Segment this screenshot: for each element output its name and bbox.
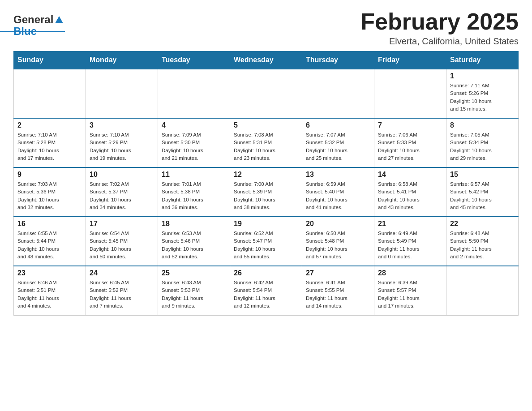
day-info: Sunrise: 7:11 AM Sunset: 5:26 PM Dayligh… <box>450 82 515 113</box>
table-row: 26Sunrise: 6:42 AM Sunset: 5:54 PM Dayli… <box>230 266 302 315</box>
col-saturday: Saturday <box>446 51 519 69</box>
day-info: Sunrise: 6:50 AM Sunset: 5:48 PM Dayligh… <box>306 230 370 261</box>
logo: General Blue <box>13 13 63 38</box>
day-number: 25 <box>162 269 226 277</box>
day-number: 1 <box>450 72 515 80</box>
table-row <box>374 69 446 118</box>
col-sunday: Sunday <box>14 51 86 69</box>
day-info: Sunrise: 7:02 AM Sunset: 5:37 PM Dayligh… <box>90 180 154 211</box>
day-info: Sunrise: 6:39 AM Sunset: 5:57 PM Dayligh… <box>378 279 442 310</box>
day-info: Sunrise: 7:00 AM Sunset: 5:39 PM Dayligh… <box>234 180 298 211</box>
calendar-week-row: 1Sunrise: 7:11 AM Sunset: 5:26 PM Daylig… <box>14 69 519 118</box>
table-row: 24Sunrise: 6:45 AM Sunset: 5:52 PM Dayli… <box>86 266 158 315</box>
table-row: 22Sunrise: 6:48 AM Sunset: 5:50 PM Dayli… <box>446 217 519 266</box>
table-row <box>230 69 302 118</box>
table-row <box>14 69 86 118</box>
day-number: 10 <box>90 171 154 179</box>
day-number: 23 <box>17 269 82 277</box>
title-area: February 2025 Elverta, California, Unite… <box>360 9 519 47</box>
day-info: Sunrise: 6:49 AM Sunset: 5:49 PM Dayligh… <box>378 230 442 261</box>
day-number: 12 <box>234 171 298 179</box>
month-title: February 2025 <box>360 9 519 34</box>
day-info: Sunrise: 6:59 AM Sunset: 5:40 PM Dayligh… <box>306 180 370 211</box>
col-monday: Monday <box>86 51 158 69</box>
day-info: Sunrise: 7:03 AM Sunset: 5:36 PM Dayligh… <box>17 180 82 211</box>
calendar-table: Sunday Monday Tuesday Wednesday Thursday… <box>13 51 519 316</box>
day-number: 28 <box>378 269 442 277</box>
day-number: 14 <box>378 171 442 179</box>
day-info: Sunrise: 7:07 AM Sunset: 5:32 PM Dayligh… <box>306 131 370 162</box>
day-number: 18 <box>162 220 226 228</box>
col-thursday: Thursday <box>302 51 374 69</box>
table-row: 7Sunrise: 7:06 AM Sunset: 5:33 PM Daylig… <box>374 118 446 167</box>
day-number: 2 <box>17 121 82 129</box>
day-number: 13 <box>306 171 370 179</box>
table-row: 10Sunrise: 7:02 AM Sunset: 5:37 PM Dayli… <box>86 167 158 217</box>
table-row: 21Sunrise: 6:49 AM Sunset: 5:49 PM Dayli… <box>374 217 446 266</box>
table-row <box>158 69 230 118</box>
table-row: 14Sunrise: 6:58 AM Sunset: 5:41 PM Dayli… <box>374 167 446 217</box>
table-row: 11Sunrise: 7:01 AM Sunset: 5:38 PM Dayli… <box>158 167 230 217</box>
table-row <box>446 266 519 315</box>
day-info: Sunrise: 6:45 AM Sunset: 5:52 PM Dayligh… <box>90 279 154 310</box>
table-row: 2Sunrise: 7:10 AM Sunset: 5:28 PM Daylig… <box>14 118 86 167</box>
table-row: 5Sunrise: 7:08 AM Sunset: 5:31 PM Daylig… <box>230 118 302 167</box>
col-tuesday: Tuesday <box>158 51 230 69</box>
col-friday: Friday <box>374 51 446 69</box>
day-info: Sunrise: 6:58 AM Sunset: 5:41 PM Dayligh… <box>378 180 442 211</box>
table-row: 25Sunrise: 6:43 AM Sunset: 5:53 PM Dayli… <box>158 266 230 315</box>
table-row <box>302 69 374 118</box>
location-subtitle: Elverta, California, United States <box>360 36 519 47</box>
day-number: 9 <box>17 171 82 179</box>
day-number: 17 <box>90 220 154 228</box>
day-number: 3 <box>90 121 154 129</box>
logo-general-text: General <box>13 13 53 26</box>
day-number: 20 <box>306 220 370 228</box>
day-number: 16 <box>17 220 82 228</box>
day-info: Sunrise: 6:55 AM Sunset: 5:44 PM Dayligh… <box>17 230 82 261</box>
day-info: Sunrise: 6:57 AM Sunset: 5:42 PM Dayligh… <box>450 180 515 211</box>
calendar-week-row: 9Sunrise: 7:03 AM Sunset: 5:36 PM Daylig… <box>14 167 519 217</box>
day-number: 15 <box>450 171 515 179</box>
table-row: 27Sunrise: 6:41 AM Sunset: 5:55 PM Dayli… <box>302 266 374 315</box>
table-row: 16Sunrise: 6:55 AM Sunset: 5:44 PM Dayli… <box>14 217 86 266</box>
day-info: Sunrise: 6:46 AM Sunset: 5:51 PM Dayligh… <box>17 279 82 310</box>
day-info: Sunrise: 6:48 AM Sunset: 5:50 PM Dayligh… <box>450 230 515 261</box>
day-number: 24 <box>90 269 154 277</box>
table-row: 12Sunrise: 7:00 AM Sunset: 5:39 PM Dayli… <box>230 167 302 217</box>
col-wednesday: Wednesday <box>230 51 302 69</box>
table-row: 8Sunrise: 7:05 AM Sunset: 5:34 PM Daylig… <box>446 118 519 167</box>
table-row: 13Sunrise: 6:59 AM Sunset: 5:40 PM Dayli… <box>302 167 374 217</box>
day-number: 11 <box>162 171 226 179</box>
day-number: 8 <box>450 121 515 129</box>
svg-marker-0 <box>55 16 63 23</box>
day-number: 27 <box>306 269 370 277</box>
day-info: Sunrise: 7:10 AM Sunset: 5:28 PM Dayligh… <box>17 131 82 162</box>
calendar-week-row: 2Sunrise: 7:10 AM Sunset: 5:28 PM Daylig… <box>14 118 519 167</box>
table-row: 4Sunrise: 7:09 AM Sunset: 5:30 PM Daylig… <box>158 118 230 167</box>
calendar-header-row: Sunday Monday Tuesday Wednesday Thursday… <box>14 51 519 69</box>
table-row: 1Sunrise: 7:11 AM Sunset: 5:26 PM Daylig… <box>446 69 519 118</box>
table-row: 19Sunrise: 6:52 AM Sunset: 5:47 PM Dayli… <box>230 217 302 266</box>
table-row: 23Sunrise: 6:46 AM Sunset: 5:51 PM Dayli… <box>14 266 86 315</box>
day-info: Sunrise: 7:06 AM Sunset: 5:33 PM Dayligh… <box>378 131 442 162</box>
table-row: 9Sunrise: 7:03 AM Sunset: 5:36 PM Daylig… <box>14 167 86 217</box>
day-number: 5 <box>234 121 298 129</box>
day-info: Sunrise: 7:09 AM Sunset: 5:30 PM Dayligh… <box>162 131 226 162</box>
day-number: 22 <box>450 220 515 228</box>
day-number: 7 <box>378 121 442 129</box>
day-number: 6 <box>306 121 370 129</box>
day-info: Sunrise: 6:54 AM Sunset: 5:45 PM Dayligh… <box>90 230 154 261</box>
day-number: 21 <box>378 220 442 228</box>
table-row: 3Sunrise: 7:10 AM Sunset: 5:29 PM Daylig… <box>86 118 158 167</box>
table-row: 6Sunrise: 7:07 AM Sunset: 5:32 PM Daylig… <box>302 118 374 167</box>
day-info: Sunrise: 6:43 AM Sunset: 5:53 PM Dayligh… <box>162 279 226 310</box>
day-info: Sunrise: 6:53 AM Sunset: 5:46 PM Dayligh… <box>162 230 226 261</box>
day-info: Sunrise: 7:01 AM Sunset: 5:38 PM Dayligh… <box>162 180 226 211</box>
page-header: General Blue February 2025 Elverta, Cali… <box>13 9 519 47</box>
table-row: 17Sunrise: 6:54 AM Sunset: 5:45 PM Dayli… <box>86 217 158 266</box>
calendar-week-row: 23Sunrise: 6:46 AM Sunset: 5:51 PM Dayli… <box>14 266 519 315</box>
table-row: 28Sunrise: 6:39 AM Sunset: 5:57 PM Dayli… <box>374 266 446 315</box>
logo-icon <box>55 16 63 23</box>
table-row: 15Sunrise: 6:57 AM Sunset: 5:42 PM Dayli… <box>446 167 519 217</box>
